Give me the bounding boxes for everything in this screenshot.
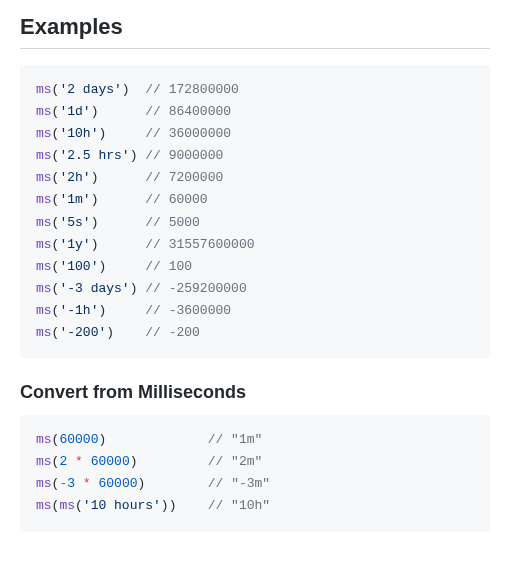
- heading-convert: Convert from Milliseconds: [20, 382, 490, 403]
- heading-examples: Examples: [20, 14, 490, 40]
- code-block-convert: ms(60000) // "1m" ms(2 * 60000) // "2m" …: [20, 415, 490, 531]
- divider: [20, 48, 490, 49]
- code-block-examples: ms('2 days') // 172800000 ms('1d') // 86…: [20, 65, 490, 358]
